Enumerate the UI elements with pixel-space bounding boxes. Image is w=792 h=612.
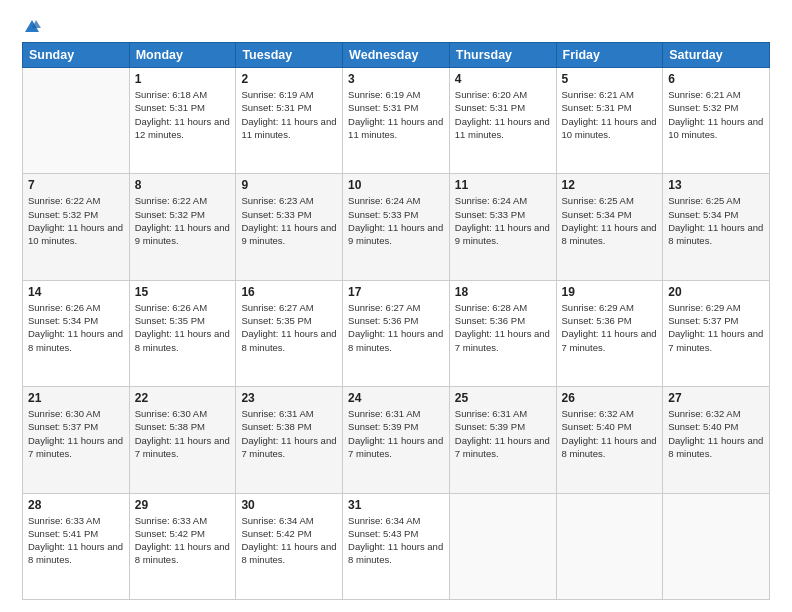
day-info: Sunrise: 6:24 AMSunset: 5:33 PMDaylight:… <box>348 194 444 247</box>
calendar-cell: 27Sunrise: 6:32 AMSunset: 5:40 PMDayligh… <box>663 387 770 493</box>
day-number: 6 <box>668 72 764 86</box>
day-number: 1 <box>135 72 231 86</box>
day-info: Sunrise: 6:31 AMSunset: 5:39 PMDaylight:… <box>455 407 551 460</box>
day-info: Sunrise: 6:29 AMSunset: 5:37 PMDaylight:… <box>668 301 764 354</box>
calendar-cell: 15Sunrise: 6:26 AMSunset: 5:35 PMDayligh… <box>129 280 236 386</box>
day-number: 24 <box>348 391 444 405</box>
day-number: 11 <box>455 178 551 192</box>
calendar-cell: 25Sunrise: 6:31 AMSunset: 5:39 PMDayligh… <box>449 387 556 493</box>
day-info: Sunrise: 6:18 AMSunset: 5:31 PMDaylight:… <box>135 88 231 141</box>
calendar-cell: 6Sunrise: 6:21 AMSunset: 5:32 PMDaylight… <box>663 68 770 174</box>
day-info: Sunrise: 6:25 AMSunset: 5:34 PMDaylight:… <box>562 194 658 247</box>
day-info: Sunrise: 6:34 AMSunset: 5:42 PMDaylight:… <box>241 514 337 567</box>
calendar-cell: 8Sunrise: 6:22 AMSunset: 5:32 PMDaylight… <box>129 174 236 280</box>
weekday-header-wednesday: Wednesday <box>343 43 450 68</box>
calendar-cell: 28Sunrise: 6:33 AMSunset: 5:41 PMDayligh… <box>23 493 130 599</box>
day-number: 31 <box>348 498 444 512</box>
calendar-cell: 14Sunrise: 6:26 AMSunset: 5:34 PMDayligh… <box>23 280 130 386</box>
day-number: 7 <box>28 178 124 192</box>
calendar-cell: 30Sunrise: 6:34 AMSunset: 5:42 PMDayligh… <box>236 493 343 599</box>
logo <box>22 18 42 32</box>
weekday-header-saturday: Saturday <box>663 43 770 68</box>
week-row-3: 14Sunrise: 6:26 AMSunset: 5:34 PMDayligh… <box>23 280 770 386</box>
calendar-cell: 9Sunrise: 6:23 AMSunset: 5:33 PMDaylight… <box>236 174 343 280</box>
day-number: 9 <box>241 178 337 192</box>
day-number: 5 <box>562 72 658 86</box>
week-row-5: 28Sunrise: 6:33 AMSunset: 5:41 PMDayligh… <box>23 493 770 599</box>
calendar-cell: 5Sunrise: 6:21 AMSunset: 5:31 PMDaylight… <box>556 68 663 174</box>
weekday-header-thursday: Thursday <box>449 43 556 68</box>
weekday-header-tuesday: Tuesday <box>236 43 343 68</box>
day-info: Sunrise: 6:20 AMSunset: 5:31 PMDaylight:… <box>455 88 551 141</box>
day-info: Sunrise: 6:34 AMSunset: 5:43 PMDaylight:… <box>348 514 444 567</box>
calendar: SundayMondayTuesdayWednesdayThursdayFrid… <box>22 42 770 600</box>
day-number: 15 <box>135 285 231 299</box>
day-number: 20 <box>668 285 764 299</box>
logo-icon <box>23 18 41 36</box>
calendar-cell: 3Sunrise: 6:19 AMSunset: 5:31 PMDaylight… <box>343 68 450 174</box>
day-info: Sunrise: 6:23 AMSunset: 5:33 PMDaylight:… <box>241 194 337 247</box>
day-number: 12 <box>562 178 658 192</box>
day-number: 17 <box>348 285 444 299</box>
day-info: Sunrise: 6:33 AMSunset: 5:41 PMDaylight:… <box>28 514 124 567</box>
day-info: Sunrise: 6:27 AMSunset: 5:36 PMDaylight:… <box>348 301 444 354</box>
weekday-header-monday: Monday <box>129 43 236 68</box>
day-info: Sunrise: 6:26 AMSunset: 5:34 PMDaylight:… <box>28 301 124 354</box>
day-number: 28 <box>28 498 124 512</box>
day-info: Sunrise: 6:19 AMSunset: 5:31 PMDaylight:… <box>348 88 444 141</box>
day-number: 10 <box>348 178 444 192</box>
header <box>22 18 770 32</box>
day-number: 25 <box>455 391 551 405</box>
day-info: Sunrise: 6:31 AMSunset: 5:39 PMDaylight:… <box>348 407 444 460</box>
calendar-cell: 18Sunrise: 6:28 AMSunset: 5:36 PMDayligh… <box>449 280 556 386</box>
day-number: 16 <box>241 285 337 299</box>
calendar-cell <box>23 68 130 174</box>
calendar-cell <box>556 493 663 599</box>
calendar-cell: 20Sunrise: 6:29 AMSunset: 5:37 PMDayligh… <box>663 280 770 386</box>
day-number: 18 <box>455 285 551 299</box>
day-number: 8 <box>135 178 231 192</box>
calendar-cell: 7Sunrise: 6:22 AMSunset: 5:32 PMDaylight… <box>23 174 130 280</box>
calendar-cell: 17Sunrise: 6:27 AMSunset: 5:36 PMDayligh… <box>343 280 450 386</box>
day-number: 13 <box>668 178 764 192</box>
day-number: 26 <box>562 391 658 405</box>
week-row-4: 21Sunrise: 6:30 AMSunset: 5:37 PMDayligh… <box>23 387 770 493</box>
day-info: Sunrise: 6:32 AMSunset: 5:40 PMDaylight:… <box>668 407 764 460</box>
day-number: 30 <box>241 498 337 512</box>
calendar-cell: 19Sunrise: 6:29 AMSunset: 5:36 PMDayligh… <box>556 280 663 386</box>
calendar-cell: 24Sunrise: 6:31 AMSunset: 5:39 PMDayligh… <box>343 387 450 493</box>
day-info: Sunrise: 6:24 AMSunset: 5:33 PMDaylight:… <box>455 194 551 247</box>
calendar-cell: 22Sunrise: 6:30 AMSunset: 5:38 PMDayligh… <box>129 387 236 493</box>
day-info: Sunrise: 6:33 AMSunset: 5:42 PMDaylight:… <box>135 514 231 567</box>
calendar-cell: 29Sunrise: 6:33 AMSunset: 5:42 PMDayligh… <box>129 493 236 599</box>
day-info: Sunrise: 6:19 AMSunset: 5:31 PMDaylight:… <box>241 88 337 141</box>
calendar-cell: 1Sunrise: 6:18 AMSunset: 5:31 PMDaylight… <box>129 68 236 174</box>
day-number: 4 <box>455 72 551 86</box>
day-info: Sunrise: 6:27 AMSunset: 5:35 PMDaylight:… <box>241 301 337 354</box>
calendar-cell: 4Sunrise: 6:20 AMSunset: 5:31 PMDaylight… <box>449 68 556 174</box>
day-info: Sunrise: 6:21 AMSunset: 5:31 PMDaylight:… <box>562 88 658 141</box>
page: SundayMondayTuesdayWednesdayThursdayFrid… <box>0 0 792 612</box>
weekday-header-row: SundayMondayTuesdayWednesdayThursdayFrid… <box>23 43 770 68</box>
day-info: Sunrise: 6:30 AMSunset: 5:38 PMDaylight:… <box>135 407 231 460</box>
calendar-cell: 16Sunrise: 6:27 AMSunset: 5:35 PMDayligh… <box>236 280 343 386</box>
calendar-cell: 23Sunrise: 6:31 AMSunset: 5:38 PMDayligh… <box>236 387 343 493</box>
week-row-1: 1Sunrise: 6:18 AMSunset: 5:31 PMDaylight… <box>23 68 770 174</box>
calendar-cell: 10Sunrise: 6:24 AMSunset: 5:33 PMDayligh… <box>343 174 450 280</box>
weekday-header-friday: Friday <box>556 43 663 68</box>
day-number: 3 <box>348 72 444 86</box>
calendar-cell <box>663 493 770 599</box>
day-number: 14 <box>28 285 124 299</box>
calendar-cell: 12Sunrise: 6:25 AMSunset: 5:34 PMDayligh… <box>556 174 663 280</box>
day-number: 21 <box>28 391 124 405</box>
day-info: Sunrise: 6:32 AMSunset: 5:40 PMDaylight:… <box>562 407 658 460</box>
day-info: Sunrise: 6:22 AMSunset: 5:32 PMDaylight:… <box>135 194 231 247</box>
day-number: 27 <box>668 391 764 405</box>
week-row-2: 7Sunrise: 6:22 AMSunset: 5:32 PMDaylight… <box>23 174 770 280</box>
day-info: Sunrise: 6:26 AMSunset: 5:35 PMDaylight:… <box>135 301 231 354</box>
calendar-cell: 31Sunrise: 6:34 AMSunset: 5:43 PMDayligh… <box>343 493 450 599</box>
calendar-cell: 21Sunrise: 6:30 AMSunset: 5:37 PMDayligh… <box>23 387 130 493</box>
day-info: Sunrise: 6:21 AMSunset: 5:32 PMDaylight:… <box>668 88 764 141</box>
day-info: Sunrise: 6:29 AMSunset: 5:36 PMDaylight:… <box>562 301 658 354</box>
calendar-cell: 26Sunrise: 6:32 AMSunset: 5:40 PMDayligh… <box>556 387 663 493</box>
